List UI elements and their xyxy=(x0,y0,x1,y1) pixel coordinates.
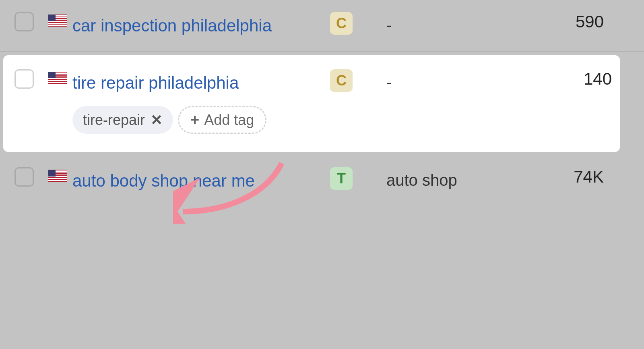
row-checkbox[interactable] xyxy=(14,167,34,187)
volume-cell: 74K xyxy=(491,167,628,187)
row-checkbox[interactable] xyxy=(14,69,34,89)
remove-tag-icon[interactable]: ✕ xyxy=(151,112,163,129)
volume-cell: 590 xyxy=(491,12,628,31)
intent-badge: C xyxy=(330,69,353,92)
tags-cell: - xyxy=(386,12,491,38)
keyword-link[interactable]: tire repair philadelphia xyxy=(72,69,282,96)
plus-icon: + xyxy=(190,111,199,129)
intent-badge: C xyxy=(330,12,353,35)
keyword-link[interactable]: auto body shop near me xyxy=(72,167,282,194)
volume-cell: 140 xyxy=(491,69,620,89)
intent-badge: T xyxy=(330,167,353,190)
tags-cell: - xyxy=(386,69,491,95)
keyword-row-active: tire repair philadelphia tire-repair ✕ +… xyxy=(3,55,620,152)
row-checkbox[interactable] xyxy=(14,12,34,31)
tag-chip[interactable]: tire-repair ✕ xyxy=(72,106,173,134)
us-flag-icon xyxy=(48,170,67,182)
add-tag-label: Add tag xyxy=(204,112,254,129)
tags-cell: auto shop xyxy=(386,167,491,193)
keyword-row: auto body shop near me T auto shop 74K xyxy=(0,155,644,206)
add-tag-button[interactable]: + Add tag xyxy=(178,106,266,134)
tag-chip-label: tire-repair xyxy=(83,112,145,129)
us-flag-icon xyxy=(48,15,67,27)
keyword-link[interactable]: car inspection philadelphia xyxy=(72,12,282,39)
keyword-row: car inspection philadelphia C - 590 xyxy=(0,0,644,52)
us-flag-icon xyxy=(48,72,67,84)
